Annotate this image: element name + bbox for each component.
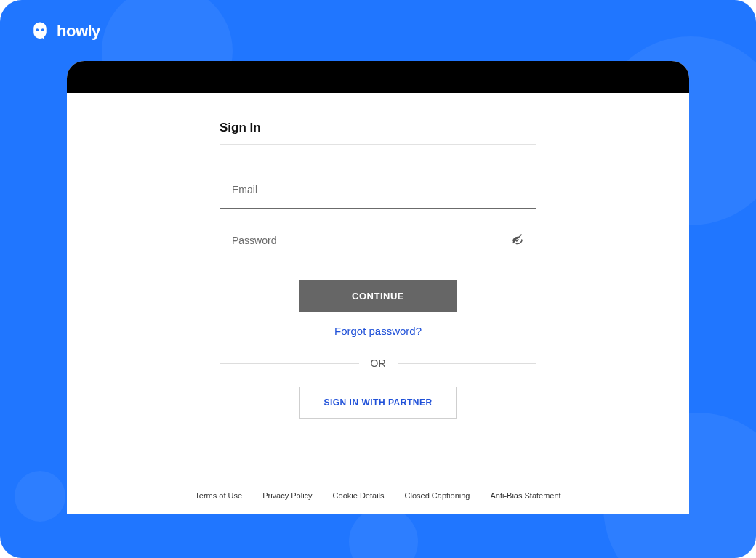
decorative-circle xyxy=(15,471,65,522)
footer-link-terms[interactable]: Terms of Use xyxy=(195,491,242,500)
continue-button[interactable]: CONTINUE xyxy=(299,280,457,312)
email-field[interactable] xyxy=(232,184,524,195)
forgot-password-link[interactable]: Forgot password? xyxy=(220,325,536,337)
outer-frame: howly Sign In CONTINUE Forgot password? … xyxy=(0,0,756,558)
signin-content: Sign In CONTINUE Forgot password? OR SIG… xyxy=(67,93,689,418)
divider-line xyxy=(220,363,359,364)
footer-link-captioning[interactable]: Closed Captioning xyxy=(405,491,470,500)
brand-name: howly xyxy=(57,22,100,41)
footer-link-cookie[interactable]: Cookie Details xyxy=(333,491,385,500)
password-field-wrapper xyxy=(220,222,536,259)
page-title: Sign In xyxy=(220,121,536,145)
footer-link-privacy[interactable]: Privacy Policy xyxy=(262,491,312,500)
partner-signin-button[interactable]: SIGN IN WITH PARTNER xyxy=(299,387,457,418)
decorative-circle xyxy=(349,507,418,558)
divider: OR xyxy=(220,357,536,369)
owl-icon xyxy=(29,20,51,42)
window-titlebar xyxy=(67,61,689,93)
password-field[interactable] xyxy=(232,235,524,246)
eye-off-icon[interactable] xyxy=(511,234,524,247)
brand-logo: howly xyxy=(29,20,100,42)
footer-link-antibias[interactable]: Anti-Bias Statement xyxy=(490,491,560,500)
signin-window: Sign In CONTINUE Forgot password? OR SIG… xyxy=(67,61,689,514)
email-field-wrapper xyxy=(220,171,536,209)
footer-links: Terms of Use Privacy Policy Cookie Detai… xyxy=(67,491,689,500)
divider-line xyxy=(398,363,537,364)
divider-label: OR xyxy=(371,357,386,369)
